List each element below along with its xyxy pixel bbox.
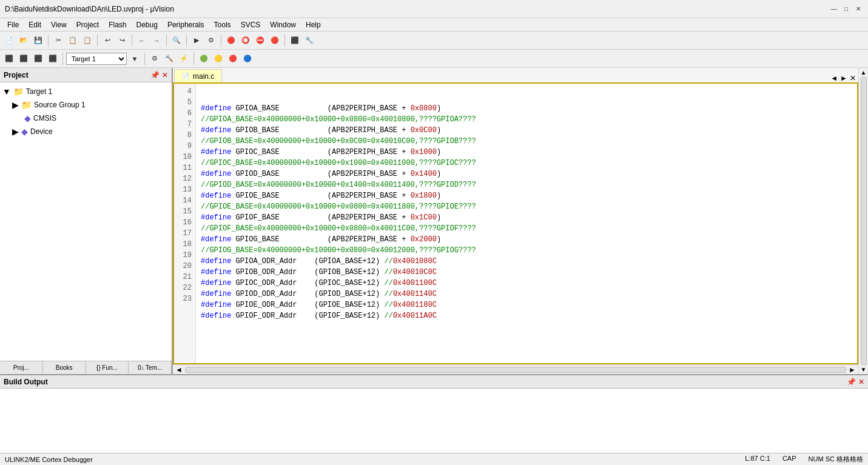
tab-filename: main.c [193,72,214,81]
menu-item-svcs[interactable]: SVCS [236,19,266,30]
tab-close-icon[interactable]: ✕ [850,74,856,82]
tab-scroll-right-icon[interactable]: ► [840,74,847,82]
window-controls: — □ ✕ [829,4,863,14]
code-line: //GPIOF_BASE=0x40000000+0x10000+0x0800=0… [201,223,852,234]
tree-item-device[interactable]: ▶ ◆ Device [0,125,172,138]
tab-books[interactable]: Books [43,361,86,374]
menu-item-peripherals[interactable]: Peripherals [163,19,209,30]
menu-item-help[interactable]: Help [301,19,326,30]
hscroll[interactable]: ◄ ► [173,364,858,374]
target-dropdown-btn[interactable]: ▼ [128,52,141,65]
cursor-position: L:87 C:1 [745,455,770,464]
t2-btn4[interactable]: ⬛ [46,52,59,65]
back-btn[interactable]: ← [135,34,149,47]
status-right: L:87 C:1 CAP NUM SC 格格格格 [745,455,863,464]
project-tree: ▼ 📁 Target 1 ▶ 📁 Source Group 1 ◆ CMSIS … [0,82,172,361]
line-number: 7 [178,119,192,130]
minimize-button[interactable]: — [829,4,839,14]
rebuild-btn[interactable]: ⚡ [177,52,190,65]
vscroll-down-icon[interactable]: ▼ [861,366,867,373]
tree-item-target1[interactable]: ▼ 📁 Target 1 [0,85,172,98]
menu-item-tools[interactable]: Tools [209,19,236,30]
build-output-title: Build Output [4,378,48,386]
code-line: #define GPIOA_ODR_Addr (GPIOA_BASE+12) /… [201,256,852,267]
stop-debug-btn[interactable]: 🔴 [226,52,240,65]
options-btn[interactable]: ⚙ [204,34,218,47]
menu-item-file[interactable]: File [2,19,24,30]
line-number: 9 [178,141,192,152]
redo-btn[interactable]: ↪ [115,34,129,47]
tab-templates[interactable]: 0↓ Tem... [129,361,172,374]
line-number: 13 [178,184,192,195]
build-btn[interactable]: ▶ [190,34,203,47]
t2-btn3[interactable]: ⬛ [32,52,45,65]
step-btn[interactable]: 🔵 [241,52,254,65]
line-number: 14 [178,195,192,206]
paste-btn[interactable]: 📋 [81,34,94,47]
close-button[interactable]: ✕ [853,4,863,14]
target-select[interactable]: Target 1 [66,53,127,65]
find-btn[interactable]: 🔍 [170,34,183,47]
vscroll-track[interactable] [861,77,867,365]
code-line: #define GPIOF_ODR_Addr (GPIOF_BASE+12) /… [201,310,852,321]
line-number: 12 [178,173,192,184]
build-target-btn[interactable]: 🔨 [163,52,176,65]
build-close-icon[interactable]: ✕ [858,378,864,386]
tab-functions[interactable]: {} Fun... [86,361,129,374]
copy-btn[interactable]: 📋 [66,34,79,47]
hscroll-track[interactable] [185,367,846,373]
tree-item-cmsis[interactable]: ◆ CMSIS [0,112,172,125]
tab-project[interactable]: Proj... [0,361,43,374]
scrollbar-right[interactable]: ▲ ▼ [858,68,868,374]
toolbar-separator [48,35,49,47]
pin-icon[interactable]: 📌 [150,71,160,79]
save-btn[interactable]: 💾 [32,34,45,47]
menu-item-flash[interactable]: Flash [104,19,131,30]
fwd-btn[interactable]: → [150,34,163,47]
editor-tab-mainc[interactable]: 📄 main.c [174,69,222,82]
menu-item-project[interactable]: Project [72,19,104,30]
code-area[interactable]: 4567891011121314151617181920212223 #defi… [173,84,858,364]
close-icon[interactable]: ✕ [162,71,168,79]
toolbar-separator [132,35,132,47]
build-pin-icon[interactable]: 📌 [847,378,856,386]
line-number: 22 [178,283,192,293]
toolbar-separator [221,35,221,47]
new-file-btn[interactable]: 📄 [2,34,16,47]
circle-btn[interactable]: ⭕ [239,34,252,47]
undo-btn[interactable]: ↩ [101,34,114,47]
code-line: #define GPIOG_BASE (APB2PERIPH_BASE + 0x… [201,234,852,245]
editor-area: 📄 main.c ◄ ► ✕ 4567891011121314151617181… [173,68,858,374]
stop-btn[interactable]: 🔴 [224,34,238,47]
start-debug-btn[interactable]: 🟡 [212,52,225,65]
code-content[interactable]: #define GPIOA_BASE (APB2PERIPH_BASE + 0x… [196,84,857,363]
box-btn[interactable]: ⬛ [288,34,301,47]
download-btn[interactable]: 🟢 [197,52,210,65]
line-number: 18 [178,239,192,250]
line-number: 15 [178,206,192,217]
no-btn[interactable]: ⛔ [254,34,267,47]
tree-expand-icon: ▼ [2,87,11,96]
menu-item-debug[interactable]: Debug [132,19,163,30]
t2-btn1[interactable]: ⬛ [2,52,16,65]
code-line: #define GPIOE_BASE (APB2PERIPH_BASE + 0x… [201,190,852,201]
target-options-btn[interactable]: ⚙ [148,52,161,65]
code-line: #define GPIOC_BASE (APB2PERIPH_BASE + 0x… [201,147,852,158]
hscroll-right-icon[interactable]: ► [846,366,858,374]
wrench-btn[interactable]: 🔧 [303,34,316,47]
hscroll-left-icon[interactable]: ◄ [173,366,185,374]
menu-item-view[interactable]: View [46,19,72,30]
toolbar-separator [97,35,98,47]
open-btn[interactable]: 📂 [17,34,30,47]
tb2-sep [144,53,145,65]
rec-btn[interactable]: 🔴 [268,34,281,47]
cut-btn[interactable]: ✂ [52,34,65,47]
toolbar-separator [284,35,285,47]
tab-scroll-left-icon[interactable]: ◄ [830,74,838,82]
maximize-button[interactable]: □ [841,4,851,14]
menu-item-edit[interactable]: Edit [24,19,46,30]
menu-item-window[interactable]: Window [265,19,301,30]
vscroll-up-icon[interactable]: ▲ [861,69,867,76]
t2-btn2[interactable]: ⬛ [17,52,30,65]
tree-item-sourcegroup[interactable]: ▶ 📁 Source Group 1 [0,98,172,112]
